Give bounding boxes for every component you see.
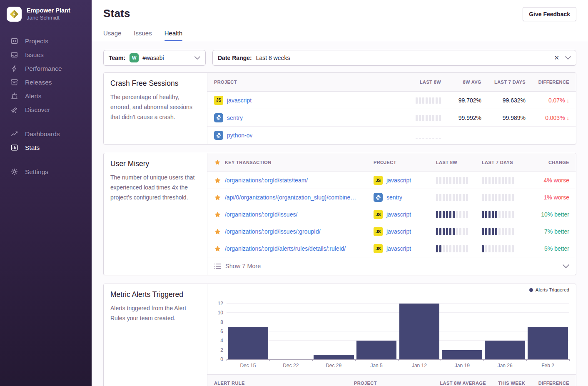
project-link[interactable]: python-ov: [227, 132, 252, 139]
key-transaction-star-icon[interactable]: [214, 194, 221, 201]
sidebar-item-stats[interactable]: Stats: [0, 141, 92, 154]
panel-description: The number of unique users that experien…: [110, 172, 200, 202]
legend-label: Alerts Triggered: [536, 287, 569, 292]
transaction-link[interactable]: /organizations/:orgId/issues/: [225, 211, 374, 218]
project-link[interactable]: javascript: [386, 245, 411, 252]
sidebar-item-issues[interactable]: Issues: [0, 48, 92, 62]
sidebar-item-performance[interactable]: Performance: [0, 62, 92, 75]
performance-icon: [10, 65, 18, 72]
last-7d-value: 99.632%: [503, 97, 526, 104]
tab-health[interactable]: Health: [164, 30, 182, 41]
sidebar-item-label: Performance: [25, 65, 62, 72]
sparkline: [416, 114, 441, 121]
team-label: Team:: [109, 55, 125, 61]
table-row: /api/0/organizations/{organization_slug}…: [207, 189, 576, 206]
legend-item[interactable]: Alerts Triggered: [529, 287, 569, 292]
sidebar-item-label: Projects: [25, 37, 48, 45]
sidebar-item-label: Stats: [25, 144, 40, 152]
sparkline: [482, 194, 528, 201]
key-transaction-star-icon[interactable]: [214, 211, 221, 218]
transaction-link[interactable]: /organizations/:orgId/alerts/rules/detai…: [225, 245, 374, 252]
sparkline: [482, 211, 528, 218]
panel-title: Metric Alerts Triggered: [110, 290, 200, 299]
chart-plot-area: 024681012: [227, 298, 569, 360]
transaction-link[interactable]: /organizations/:orgId/issues/:groupId/: [225, 228, 374, 235]
panel-title: Crash Free Sessions: [110, 79, 200, 88]
clear-date-icon[interactable]: ✕: [554, 54, 559, 62]
table-header: Project Last 8w 8w Avg Last 7 Days Diffe…: [207, 73, 576, 92]
avg-8w-value: –: [478, 132, 481, 139]
org-name: Empower Plant: [27, 7, 70, 14]
give-feedback-button[interactable]: Give Feedback: [523, 7, 576, 21]
sparkline: [436, 228, 482, 235]
sidebar-item-dashboards[interactable]: Dashboards: [0, 127, 92, 141]
sidebar-item-discover[interactable]: Discover: [0, 103, 92, 117]
javascript-platform-icon: JS: [374, 244, 383, 253]
chart-x-axis-labels: Dec 15Dec 22Dec 29Jan 5Jan 12Jan 19Jan 2…: [227, 360, 569, 372]
python-platform-icon: [214, 131, 223, 140]
org-avatar: [7, 7, 22, 22]
sidebar-item-projects[interactable]: Projects: [0, 34, 92, 48]
javascript-platform-icon: JS: [374, 210, 383, 219]
project-link[interactable]: javascript: [386, 228, 411, 235]
project-link[interactable]: javascript: [386, 211, 411, 218]
project-link[interactable]: sentry: [386, 194, 402, 201]
sidebar-item-label: Issues: [25, 51, 44, 59]
sparkline: [416, 97, 441, 104]
column-header: 8w Avg: [463, 80, 481, 85]
column-header: Last 8w: [436, 160, 482, 165]
sparkline: [482, 177, 528, 184]
releases-icon: [10, 78, 18, 86]
project-link[interactable]: javascript: [227, 97, 252, 104]
sparkline: [436, 211, 482, 218]
change-value: 10% better: [541, 211, 569, 218]
user-name: Jane Schmidt: [27, 15, 70, 22]
project-link[interactable]: sentry: [227, 115, 243, 121]
dashboards-icon: [10, 130, 18, 138]
chevron-down-icon: [565, 56, 571, 60]
transaction-link[interactable]: /organizations/:orgId/stats/team/: [225, 177, 374, 184]
panel-title: User Misery: [110, 159, 200, 168]
column-header: Last 8w: [420, 80, 441, 85]
change-value: 1% worse: [544, 194, 569, 201]
column-header: Alert Rule: [214, 381, 354, 386]
sparkline: [416, 132, 441, 139]
date-range-selector[interactable]: Date Range: Last 8 weeks ✕: [212, 50, 576, 66]
arrow-down-icon: ↓: [567, 97, 570, 104]
sidebar-item-settings[interactable]: Settings: [0, 165, 92, 179]
sidebar-item-label: Discover: [25, 106, 50, 114]
sidebar-item-alerts[interactable]: Alerts: [0, 89, 92, 103]
settings-icon: [10, 168, 18, 176]
chevron-down-icon: [194, 56, 200, 60]
list-icon: [214, 263, 221, 269]
page-title: Stats: [103, 7, 130, 20]
column-header: Last 7 Days: [482, 160, 528, 165]
sidebar-nav: Projects Issues Performance Releases Ale…: [0, 34, 92, 179]
column-header: This Week: [498, 381, 525, 386]
sidebar-item-releases[interactable]: Releases: [0, 75, 92, 89]
show-more-row[interactable]: Show 7 More: [207, 257, 576, 275]
column-header: Change: [548, 160, 569, 165]
team-selector[interactable]: Team: W #wasabi: [103, 50, 206, 66]
tab-issues[interactable]: Issues: [134, 30, 152, 41]
key-transaction-star-icon[interactable]: [214, 177, 221, 184]
transaction-link[interactable]: /api/0/organizations/{organization_slug}…: [225, 194, 374, 201]
sidebar-item-label: Settings: [25, 168, 48, 176]
change-value: 4% worse: [544, 177, 569, 184]
avg-8w-value: 99.702%: [458, 97, 481, 104]
tab-usage[interactable]: Usage: [103, 30, 121, 41]
alerts-icon: [10, 92, 18, 100]
python-platform-icon: [374, 193, 383, 202]
change-value: 5% better: [544, 245, 569, 252]
user-misery-panel: User Misery The number of unique users t…: [103, 153, 576, 275]
sidebar-item-label: Dashboards: [25, 130, 60, 138]
avg-8w-value: 99.992%: [458, 115, 481, 121]
org-switcher[interactable]: Empower Plant Jane Schmidt: [0, 0, 92, 22]
key-transaction-star-icon[interactable]: [214, 245, 221, 252]
table-row: /organizations/:orgId/stats/team/ JS jav…: [207, 172, 576, 189]
column-header: Project: [374, 160, 436, 165]
table-row: sentry 99.992% 99.989% 0.003% ↓: [207, 109, 576, 127]
project-link[interactable]: javascript: [386, 177, 411, 184]
column-header: Difference: [538, 381, 569, 386]
key-transaction-star-icon[interactable]: [214, 228, 221, 235]
